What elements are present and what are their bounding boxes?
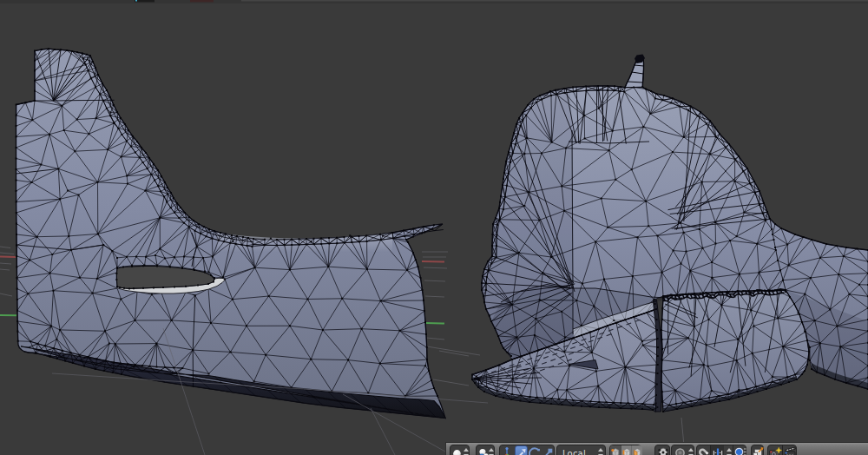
- vertex-select-button[interactable]: [610, 445, 621, 455]
- translate-manipulator-button[interactable]: [515, 445, 528, 455]
- opengl-render-animation-button[interactable]: [783, 445, 798, 455]
- snap-target-icon: [733, 446, 747, 455]
- snap-element-stepper[interactable]: [726, 445, 733, 455]
- top-sliver-1: [135, 0, 155, 3]
- snap-toggle-button[interactable]: [697, 445, 710, 455]
- shading-stepper[interactable]: [463, 445, 470, 455]
- snap-magnet-icon: [697, 446, 710, 455]
- viewport-shading-dropdown[interactable]: [450, 445, 470, 455]
- pivot-stepper[interactable]: [488, 445, 495, 455]
- proportional-stepper[interactable]: [687, 445, 694, 455]
- snap-target-button[interactable]: [733, 445, 747, 455]
- rotate-manipulator-button[interactable]: [529, 445, 542, 455]
- manipulator-axes-icon: [500, 446, 513, 455]
- viewport-canvas[interactable]: [0, 0, 868, 455]
- snap-element-button[interactable]: [711, 445, 725, 455]
- transform-orientation-dropdown[interactable]: Local: [556, 445, 606, 455]
- snap-align-toggle[interactable]: [751, 445, 765, 455]
- opengl-render-group: [767, 445, 797, 455]
- pivot-point-dropdown[interactable]: [476, 445, 495, 455]
- occlude-geometry-icon: [655, 445, 671, 455]
- vertex-select-cube-icon: [610, 445, 621, 455]
- orientation-label: Local: [562, 449, 586, 455]
- render-camera-icon: [768, 445, 783, 455]
- face-select-cube-icon: [632, 445, 642, 455]
- snap-increment-icon: [711, 446, 725, 455]
- manipulator-toggle-button[interactable]: [500, 445, 514, 455]
- proportional-edit-dropdown[interactable]: [671, 445, 694, 455]
- opengl-render-image-button[interactable]: [768, 445, 782, 455]
- viewport-header-toolbar: Local: [445, 442, 868, 455]
- top-sliver-3: [241, 0, 868, 2]
- render-clapperboard-icon: [783, 445, 798, 455]
- scale-icon: [542, 446, 555, 455]
- select-mode-group: [609, 445, 641, 455]
- rotate-arc-icon: [529, 446, 541, 455]
- translate-arrow-icon: [516, 446, 529, 455]
- face-select-button[interactable]: [632, 445, 642, 455]
- edge-select-cube-icon: [621, 445, 632, 455]
- top-cyan-speck: [135, 0, 137, 2]
- manipulator-group: [499, 445, 555, 455]
- top-sliver-2: [190, 0, 214, 3]
- edge-select-button[interactable]: [621, 445, 632, 455]
- occlude-geometry-toggle[interactable]: [654, 445, 670, 455]
- blender-3d-viewport: Local: [0, 0, 868, 455]
- snap-group: [696, 445, 746, 455]
- snap-align-icon: [752, 445, 765, 455]
- orientation-stepper[interactable]: [597, 445, 604, 455]
- scale-manipulator-button[interactable]: [542, 445, 555, 455]
